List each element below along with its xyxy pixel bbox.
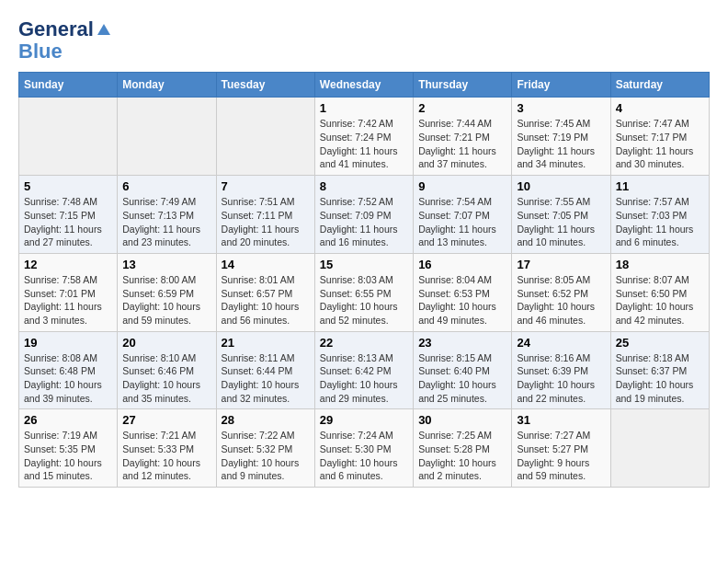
day-number: 21	[222, 336, 310, 350]
calendar-cell	[118, 98, 216, 176]
calendar-cell: 28Sunrise: 7:22 AMSunset: 5:32 PMDayligh…	[216, 409, 314, 488]
day-info: Sunrise: 8:18 AMSunset: 6:37 PMDaylight:…	[616, 351, 704, 406]
weekday-header-friday: Friday	[512, 73, 610, 98]
day-number: 4	[616, 101, 704, 115]
svg-marker-0	[97, 24, 110, 35]
day-info: Sunrise: 7:22 AMSunset: 5:32 PMDaylight:…	[222, 429, 310, 483]
calendar-cell: 23Sunrise: 8:15 AMSunset: 6:40 PMDayligh…	[414, 331, 512, 409]
day-info: Sunrise: 8:11 AMSunset: 6:44 PMDaylight:…	[222, 351, 310, 406]
day-number: 22	[320, 336, 408, 350]
calendar-cell: 13Sunrise: 8:00 AMSunset: 6:59 PMDayligh…	[118, 253, 216, 331]
day-number: 24	[517, 336, 605, 350]
calendar-cell: 22Sunrise: 8:13 AMSunset: 6:42 PMDayligh…	[314, 331, 413, 409]
calendar-cell	[19, 98, 118, 176]
day-info: Sunrise: 8:00 AMSunset: 6:59 PMDaylight:…	[122, 273, 210, 327]
day-number: 25	[616, 336, 704, 350]
weekday-header-monday: Monday	[118, 73, 216, 98]
calendar-table: SundayMondayTuesdayWednesdayThursdayFrid…	[18, 72, 710, 488]
calendar-cell: 19Sunrise: 8:08 AMSunset: 6:48 PMDayligh…	[19, 331, 118, 409]
day-number: 30	[418, 413, 506, 427]
day-info: Sunrise: 8:10 AMSunset: 6:46 PMDaylight:…	[122, 351, 210, 406]
calendar-cell	[216, 98, 314, 176]
day-info: Sunrise: 7:21 AMSunset: 5:33 PMDaylight:…	[122, 429, 210, 483]
calendar-cell: 25Sunrise: 8:18 AMSunset: 6:37 PMDayligh…	[610, 331, 709, 409]
day-info: Sunrise: 7:24 AMSunset: 5:30 PMDaylight:…	[320, 429, 408, 483]
weekday-header-thursday: Thursday	[414, 73, 512, 98]
day-number: 9	[418, 179, 506, 193]
calendar-cell: 29Sunrise: 7:24 AMSunset: 5:30 PMDayligh…	[314, 409, 413, 488]
calendar-cell: 18Sunrise: 8:07 AMSunset: 6:50 PMDayligh…	[610, 253, 709, 331]
calendar-cell: 5Sunrise: 7:48 AMSunset: 7:15 PMDaylight…	[19, 176, 118, 254]
calendar-cell: 4Sunrise: 7:47 AMSunset: 7:17 PMDaylight…	[610, 98, 709, 176]
day-info: Sunrise: 7:51 AMSunset: 7:11 PMDaylight:…	[222, 195, 310, 249]
day-number: 7	[222, 179, 310, 193]
day-number: 13	[122, 258, 210, 271]
week-row-1: 1Sunrise: 7:42 AMSunset: 7:24 PMDaylight…	[19, 98, 710, 176]
day-number: 1	[320, 101, 408, 115]
day-info: Sunrise: 7:54 AMSunset: 7:07 PMDaylight:…	[418, 195, 506, 249]
day-info: Sunrise: 8:01 AMSunset: 6:57 PMDaylight:…	[222, 273, 310, 327]
calendar-cell	[610, 409, 709, 488]
day-info: Sunrise: 7:47 AMSunset: 7:17 PMDaylight:…	[616, 117, 704, 171]
calendar-cell: 7Sunrise: 7:51 AMSunset: 7:11 PMDaylight…	[216, 176, 314, 254]
logo: GeneralBlue	[18, 18, 112, 63]
day-number: 20	[122, 336, 210, 350]
week-row-5: 26Sunrise: 7:19 AMSunset: 5:35 PMDayligh…	[19, 409, 710, 488]
day-number: 11	[616, 179, 704, 193]
calendar-cell: 15Sunrise: 8:03 AMSunset: 6:55 PMDayligh…	[314, 253, 413, 331]
weekday-header-saturday: Saturday	[610, 73, 709, 98]
calendar-cell: 8Sunrise: 7:52 AMSunset: 7:09 PMDaylight…	[314, 176, 413, 254]
calendar-cell: 20Sunrise: 8:10 AMSunset: 6:46 PMDayligh…	[118, 331, 216, 409]
day-info: Sunrise: 7:49 AMSunset: 7:13 PMDaylight:…	[122, 195, 210, 249]
day-info: Sunrise: 8:15 AMSunset: 6:40 PMDaylight:…	[418, 351, 506, 406]
day-info: Sunrise: 7:57 AMSunset: 7:03 PMDaylight:…	[616, 195, 704, 249]
day-number: 18	[616, 258, 704, 271]
day-info: Sunrise: 8:08 AMSunset: 6:48 PMDaylight:…	[24, 351, 112, 406]
day-number: 17	[517, 258, 605, 271]
calendar-cell: 6Sunrise: 7:49 AMSunset: 7:13 PMDaylight…	[118, 176, 216, 254]
weekday-header-sunday: Sunday	[19, 73, 118, 98]
calendar-cell: 17Sunrise: 8:05 AMSunset: 6:52 PMDayligh…	[512, 253, 610, 331]
calendar-cell: 16Sunrise: 8:04 AMSunset: 6:53 PMDayligh…	[414, 253, 512, 331]
calendar-cell: 26Sunrise: 7:19 AMSunset: 5:35 PMDayligh…	[19, 409, 118, 488]
day-number: 14	[222, 258, 310, 271]
weekday-header-tuesday: Tuesday	[216, 73, 314, 98]
weekday-header-wednesday: Wednesday	[314, 73, 413, 98]
calendar-cell: 10Sunrise: 7:55 AMSunset: 7:05 PMDayligh…	[512, 176, 610, 254]
calendar-cell: 2Sunrise: 7:44 AMSunset: 7:21 PMDaylight…	[414, 98, 512, 176]
week-row-2: 5Sunrise: 7:48 AMSunset: 7:15 PMDaylight…	[19, 176, 710, 254]
logo-text: GeneralBlue	[18, 18, 112, 63]
calendar-cell: 27Sunrise: 7:21 AMSunset: 5:33 PMDayligh…	[118, 409, 216, 488]
day-number: 15	[320, 258, 408, 271]
day-number: 19	[24, 336, 112, 350]
day-number: 31	[517, 413, 605, 427]
day-number: 16	[418, 258, 506, 271]
day-info: Sunrise: 7:52 AMSunset: 7:09 PMDaylight:…	[320, 195, 408, 249]
calendar-cell: 30Sunrise: 7:25 AMSunset: 5:28 PMDayligh…	[414, 409, 512, 488]
day-info: Sunrise: 7:42 AMSunset: 7:24 PMDaylight:…	[320, 117, 408, 171]
page-header: GeneralBlue	[18, 18, 710, 63]
logo-icon	[96, 22, 112, 39]
day-info: Sunrise: 7:44 AMSunset: 7:21 PMDaylight:…	[418, 117, 506, 171]
day-number: 5	[24, 179, 112, 193]
day-info: Sunrise: 7:58 AMSunset: 7:01 PMDaylight:…	[24, 273, 112, 327]
day-info: Sunrise: 8:03 AMSunset: 6:55 PMDaylight:…	[320, 273, 408, 327]
day-info: Sunrise: 8:05 AMSunset: 6:52 PMDaylight:…	[517, 273, 605, 327]
day-number: 12	[24, 258, 112, 271]
day-number: 28	[222, 413, 310, 427]
day-number: 2	[418, 101, 506, 115]
calendar-cell: 24Sunrise: 8:16 AMSunset: 6:39 PMDayligh…	[512, 331, 610, 409]
day-info: Sunrise: 7:45 AMSunset: 7:19 PMDaylight:…	[517, 117, 605, 171]
calendar-cell: 12Sunrise: 7:58 AMSunset: 7:01 PMDayligh…	[19, 253, 118, 331]
week-row-3: 12Sunrise: 7:58 AMSunset: 7:01 PMDayligh…	[19, 253, 710, 331]
day-info: Sunrise: 7:55 AMSunset: 7:05 PMDaylight:…	[517, 195, 605, 249]
day-info: Sunrise: 7:25 AMSunset: 5:28 PMDaylight:…	[418, 429, 506, 483]
calendar-cell: 11Sunrise: 7:57 AMSunset: 7:03 PMDayligh…	[610, 176, 709, 254]
day-info: Sunrise: 8:07 AMSunset: 6:50 PMDaylight:…	[616, 273, 704, 327]
day-info: Sunrise: 8:13 AMSunset: 6:42 PMDaylight:…	[320, 351, 408, 406]
day-number: 26	[24, 413, 112, 427]
calendar-cell: 1Sunrise: 7:42 AMSunset: 7:24 PMDaylight…	[314, 98, 413, 176]
day-number: 10	[517, 179, 605, 193]
calendar-cell: 31Sunrise: 7:27 AMSunset: 5:27 PMDayligh…	[512, 409, 610, 488]
day-info: Sunrise: 8:04 AMSunset: 6:53 PMDaylight:…	[418, 273, 506, 327]
